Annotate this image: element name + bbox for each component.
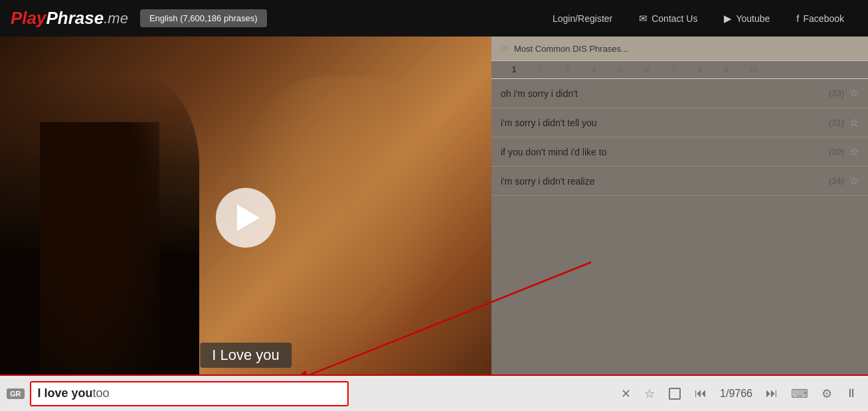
facebook-icon: f	[796, 13, 799, 24]
star-icon[interactable]: ☆	[849, 116, 859, 129]
play-button[interactable]	[216, 188, 276, 248]
suggestions-header-text: Most Common DIS Phrases...	[514, 44, 628, 54]
pause-button[interactable]: ⏸	[841, 384, 861, 403]
col-4[interactable]: 4	[580, 65, 607, 74]
phrase-text: oh i'm sorry i didn't	[501, 88, 824, 99]
language-button[interactable]: English (7,600,186 phrases)	[140, 9, 267, 27]
search-text-bold: I love you	[38, 386, 93, 400]
col-9[interactable]: 9	[713, 65, 740, 74]
col-2[interactable]: 2	[527, 65, 554, 74]
prev-button[interactable]: ⏮	[691, 384, 711, 403]
phrase-count: (39)	[829, 147, 844, 157]
search-input-box[interactable]: I love you too	[30, 381, 349, 406]
logo-phrase: Phrase	[46, 8, 104, 29]
svg-rect-2	[669, 388, 680, 399]
next-button[interactable]: ⏭	[762, 384, 782, 403]
col-3[interactable]: 3	[554, 65, 580, 74]
list-item[interactable]: i'm sorry i didn't realize (34) ☆	[491, 167, 868, 196]
logo-play: Play	[11, 8, 46, 29]
list-item[interactable]: i'm sorry i didn't tell you (31) ☆	[491, 108, 868, 137]
phrase-count: (34)	[829, 176, 844, 186]
column-numbers: 1 2 3 4 5 6 7 8 9 10	[491, 61, 868, 79]
star-icon[interactable]: ☆	[849, 175, 859, 187]
nav-youtube-label: Youtube	[736, 13, 770, 24]
nav-contact[interactable]: ✉ Contact Us	[626, 0, 711, 37]
refresh-icon: ⟳	[501, 43, 509, 54]
col-10[interactable]: 10	[740, 65, 766, 74]
keyboard-button[interactable]: ⌨	[787, 384, 812, 404]
logo-me: .me	[104, 10, 128, 27]
logo: PlayPhrase.me	[11, 8, 128, 29]
nav-links: Login/Register ✉ Contact Us ▶ Youtube f …	[539, 0, 857, 37]
list-item[interactable]: oh i'm sorry i didn't (33) ☆	[491, 79, 868, 108]
video-subtitle: I Love you	[200, 343, 292, 368]
col-1[interactable]: 1	[501, 65, 527, 74]
phrase-text: i'm sorry i didn't realize	[501, 176, 824, 187]
list-item[interactable]: if you don't mind i'd like to (39) ☆	[491, 137, 868, 167]
phrase-text: if you don't mind i'd like to	[501, 147, 824, 157]
star-icon[interactable]: ☆	[849, 145, 859, 158]
nav-facebook-label: Facebook	[804, 13, 844, 24]
nav-contact-label: Contact Us	[651, 13, 697, 24]
star-icon[interactable]: ☆	[849, 87, 859, 100]
phrase-text: i'm sorry i didn't tell you	[501, 118, 824, 128]
nav-login[interactable]: Login/Register	[539, 0, 626, 37]
settings-button[interactable]: ⚙	[818, 384, 836, 404]
nav-facebook[interactable]: f Facebook	[783, 0, 857, 37]
fullscreen-button[interactable]	[664, 384, 685, 403]
phrase-count: (33)	[829, 88, 844, 98]
suggestions-header: ⟳ Most Common DIS Phrases...	[491, 37, 868, 61]
bottom-bar: GR I love you too ✕ ☆ ⏮ 1/9766 ⏭ ⌨ ⚙ ⏸	[0, 374, 868, 411]
right-panel: ⟳ Most Common DIS Phrases... 1 2 3 4 5 6…	[491, 37, 868, 411]
gr-badge: GR	[7, 388, 25, 399]
col-8[interactable]: 8	[687, 65, 713, 74]
nav-youtube[interactable]: ▶ Youtube	[711, 0, 783, 37]
header: PlayPhrase.me English (7,600,186 phrases…	[0, 0, 868, 37]
favorite-button[interactable]: ☆	[640, 384, 659, 404]
youtube-icon: ▶	[724, 13, 732, 25]
clear-button[interactable]: ✕	[617, 384, 635, 404]
main-area: I Love you Download video Pay It Forward…	[0, 37, 868, 411]
col-6[interactable]: 6	[634, 65, 660, 74]
col-5[interactable]: 5	[607, 65, 634, 74]
counter-display: 1/9766	[716, 388, 756, 400]
phrase-count: (31)	[829, 118, 844, 127]
mail-icon: ✉	[639, 13, 648, 25]
phrase-list: oh i'm sorry i didn't (33) ☆ i'm sorry i…	[491, 79, 868, 411]
col-7[interactable]: 7	[660, 65, 687, 74]
video-area: I Love you Download video Pay It Forward…	[0, 37, 491, 411]
play-triangle-icon	[237, 205, 260, 231]
search-text-normal: too	[93, 386, 110, 400]
